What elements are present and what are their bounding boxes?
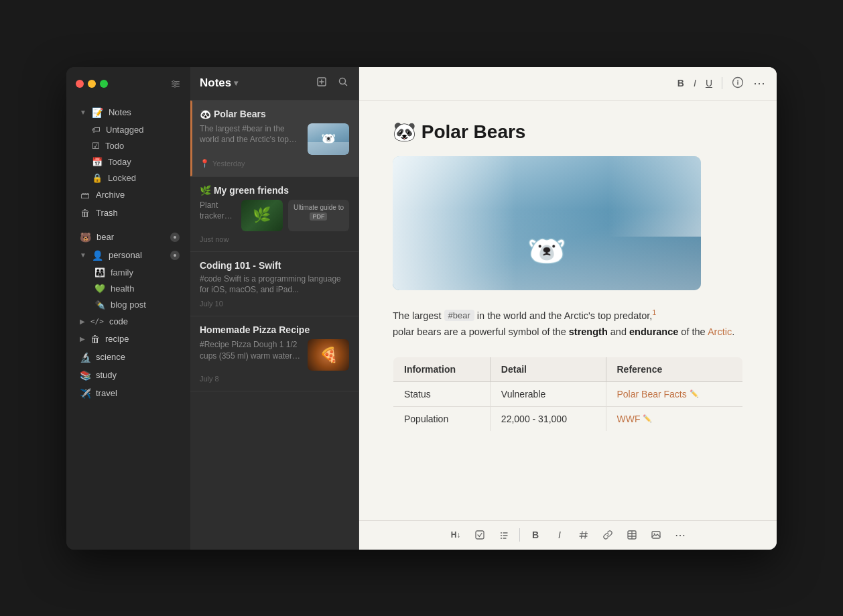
svg-point-5 (174, 85, 176, 87)
sidebar-filter-button[interactable] (170, 78, 181, 89)
table-cell-population-reference: WWF ✏️ (606, 406, 743, 431)
maximize-button[interactable] (100, 80, 108, 88)
chevron-down-icon: ▼ (80, 109, 86, 116)
sidebar-item-health[interactable]: 💚 health (70, 281, 186, 296)
sidebar-item-recipe[interactable]: ▶ 🗑 recipe (70, 330, 186, 348)
sidebar-item-locked[interactable]: 🔒 Locked (70, 170, 186, 186)
bear-badge (170, 233, 180, 242)
table-header-detail: Detail (490, 357, 606, 381)
note-pizza-content: #Recipe Pizza Dough 1 1/2 cups (355 ml) … (200, 339, 349, 371)
sidebar-item-study[interactable]: 📚 study (70, 367, 186, 384)
note-item-coding[interactable]: Coding 101 - Swift #code Swift is a prog… (190, 252, 359, 317)
sidebar-item-todo[interactable]: ☑ Todo (70, 138, 186, 153)
today-icon: 📅 (92, 157, 103, 167)
table-cell-status-info: Status (393, 381, 491, 406)
note-item-green-friends[interactable]: 🌿 My green friends Plant tracker 🌱 Plant… (190, 177, 359, 252)
note-polar-bears-date: Yesterday (212, 160, 245, 168)
heading-button[interactable]: H↓ (446, 525, 466, 545)
archive-icon: 🗃 (80, 190, 90, 200)
plant-thumbnail: 🌿 (241, 200, 283, 231)
editor-content[interactable]: 🐼 Polar Bears The largest #bear in the w… (359, 101, 777, 520)
svg-point-14 (501, 538, 502, 539)
hashtag-button[interactable] (574, 525, 594, 545)
bold-toolbar-btn[interactable]: B (677, 78, 684, 88)
list-button[interactable] (494, 525, 514, 545)
bear-tag-icon: 🐻 (80, 232, 91, 243)
snow-right-decoration (608, 156, 701, 237)
polar-bear-facts-link[interactable]: Polar Bear Facts ✏️ (617, 389, 732, 399)
note-item-polar-bears[interactable]: 🐼 Polar Bears The largest #bear in the w… (190, 101, 359, 177)
note-polar-bears-preview: The largest #bear in the world and the A… (200, 123, 302, 146)
sidebar-locked-label: Locked (108, 173, 136, 183)
checklist-button[interactable] (470, 525, 490, 545)
minimize-button[interactable] (88, 80, 96, 88)
pin-icon: 📍 (200, 159, 210, 168)
sidebar-item-today[interactable]: 📅 Today (70, 154, 186, 170)
italic-button[interactable]: I (549, 525, 570, 545)
todo-icon: ☑ (92, 141, 100, 151)
notes-chevron-icon: ▾ (234, 78, 238, 88)
svg-point-13 (501, 535, 502, 536)
note-polar-bears-thumb (308, 123, 349, 155)
toolbar-separator (722, 77, 722, 89)
sidebar-item-bear[interactable]: 🐻 bear (70, 229, 186, 246)
footnote-1: 1 (652, 308, 656, 316)
sidebar-item-archive[interactable]: 🗃 Archive (70, 186, 186, 204)
note-pizza-thumb (308, 339, 349, 371)
note-coding-meta: July 10 (200, 300, 349, 308)
sidebar-personal-label: personal (109, 250, 142, 260)
svg-point-3 (173, 80, 175, 82)
health-icon: 💚 (94, 284, 105, 294)
image-button[interactable] (646, 525, 666, 545)
search-button[interactable] (337, 76, 349, 90)
more-bottom-button[interactable]: ⋯ (670, 525, 690, 545)
app-window: ▼ 📝 Notes 🏷 Untagged ☑ Todo 📅 Today 🔒 Lo… (66, 67, 777, 550)
svg-point-12 (501, 532, 502, 534)
bear-hashtag[interactable]: #bear (444, 310, 474, 321)
link-button[interactable] (598, 525, 618, 545)
sidebar-notes-label: Notes (109, 107, 131, 117)
trash-icon: 🗑 (80, 208, 90, 219)
document-title: 🐼 Polar Bears (393, 121, 743, 143)
note-polar-bears-text: The largest #bear in the world and the A… (200, 123, 302, 155)
table-cell-status-detail: Vulnerable (490, 381, 606, 406)
note-polar-bears-meta: 📍 Yesterday (200, 159, 349, 168)
science-icon: 🔬 (80, 352, 90, 363)
sidebar-blog-label: blog post (111, 300, 146, 310)
sidebar-family-label: family (111, 267, 133, 278)
recipe-chevron-icon: ▶ (80, 335, 85, 343)
sidebar-item-travel[interactable]: ✈️ travel (70, 385, 186, 402)
wwf-link[interactable]: WWF ✏️ (617, 414, 732, 424)
svg-rect-11 (476, 531, 484, 539)
table-button[interactable] (622, 525, 642, 545)
notes-list-title: Notes ▾ (200, 76, 238, 90)
underline-toolbar-btn[interactable]: U (706, 78, 712, 88)
note-coding-date: July 10 (200, 300, 223, 308)
sidebar-item-science[interactable]: 🔬 science (70, 349, 186, 366)
note-green-friends-title: 🌿 My green friends (200, 185, 349, 196)
sidebar-item-blog-post[interactable]: ✒️ blog post (70, 297, 186, 312)
sidebar-item-code[interactable]: ▶ </> code (70, 313, 186, 330)
bold-button[interactable]: B (525, 525, 545, 545)
sidebar-item-untagged[interactable]: 🏷 Untagged (70, 122, 186, 137)
sidebar-health-label: health (111, 284, 134, 294)
sidebar-titlebar (66, 67, 190, 101)
sidebar-trash-label: Trash (96, 208, 118, 218)
close-button[interactable] (76, 80, 84, 88)
compose-button[interactable] (316, 76, 328, 90)
travel-icon: ✈️ (80, 388, 90, 399)
sidebar-item-trash[interactable]: 🗑 Trash (70, 204, 186, 222)
more-options-button[interactable]: ⋯ (753, 76, 766, 90)
sidebar-item-family[interactable]: 👨‍👩‍👧 family (70, 265, 186, 280)
note-polar-bears-content: The largest #bear in the world and the A… (200, 123, 349, 155)
info-button[interactable] (732, 76, 744, 90)
svg-point-6 (174, 236, 176, 239)
note-item-pizza[interactable]: Homemade Pizza Recipe #Recipe Pizza Doug… (190, 316, 359, 391)
italic-toolbar-btn[interactable]: I (694, 78, 696, 88)
sidebar-item-notes[interactable]: ▼ 📝 Notes (70, 104, 186, 121)
arctic-link[interactable]: Arctic (708, 326, 732, 337)
note-green-friends-thumb: 🌿 (241, 200, 283, 231)
table-header-information: Information (393, 357, 491, 381)
sidebar-item-personal[interactable]: ▼ 👤 personal (70, 247, 186, 264)
code-chevron-icon: ▶ (80, 318, 85, 325)
